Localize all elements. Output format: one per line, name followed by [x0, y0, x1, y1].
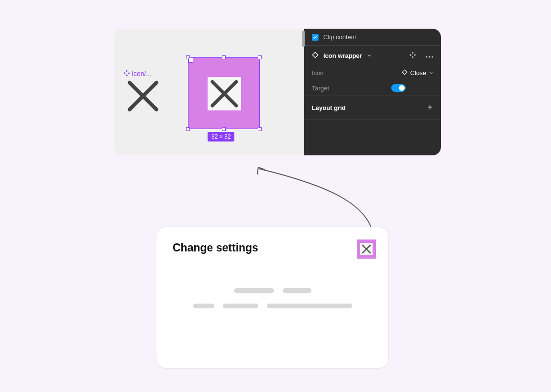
checkbox-checked-icon[interactable] [312, 34, 319, 41]
layout-grid-section[interactable]: Layout grid [304, 96, 441, 120]
placeholder-bar [234, 288, 274, 293]
svg-point-13 [426, 56, 427, 57]
resize-handle[interactable] [258, 127, 262, 131]
component-section-header: Icon wrapper [304, 45, 441, 65]
layout-grid-label: Layout grid [312, 104, 346, 111]
svg-rect-8 [312, 52, 318, 57]
dialog-title: Change settings [173, 241, 372, 254]
layer-name-text: Icon/... [132, 70, 152, 77]
instance-swap-icon [402, 69, 408, 76]
icon-property-label: Icon [312, 69, 360, 76]
target-property-row: Target [304, 80, 441, 96]
resize-handle[interactable] [222, 55, 226, 59]
svg-rect-16 [402, 70, 407, 75]
svg-rect-9 [412, 52, 414, 54]
close-icon [208, 77, 241, 110]
plus-icon[interactable] [427, 104, 433, 112]
close-icon [360, 243, 373, 255]
component-icon [124, 70, 130, 77]
component-name[interactable]: Icon wrapper [323, 52, 362, 59]
dimensions-badge: 32 × 32 [208, 132, 234, 142]
close-icon [127, 80, 159, 112]
resize-handle[interactable] [186, 55, 190, 59]
resize-handle[interactable] [258, 55, 262, 59]
icon-property-value[interactable]: Close [402, 69, 433, 76]
instance-icon [312, 52, 319, 60]
clip-content-label: Clip content [323, 33, 356, 41]
svg-rect-12 [414, 54, 416, 56]
svg-rect-11 [409, 54, 411, 56]
chevron-down-icon [429, 69, 433, 76]
icon-property-row[interactable]: Icon Close [304, 65, 441, 80]
target-toggle[interactable] [391, 84, 406, 92]
placeholder-bar [193, 304, 214, 308]
chevron-down-icon[interactable] [367, 52, 372, 59]
svg-point-14 [429, 56, 430, 57]
svg-rect-0 [126, 70, 128, 72]
resize-handle[interactable] [186, 127, 190, 131]
placeholder-bar [267, 304, 352, 308]
resize-handle[interactable] [222, 127, 226, 131]
svg-point-15 [431, 56, 433, 57]
more-icon[interactable] [426, 52, 433, 59]
component-options-icon[interactable] [409, 52, 416, 60]
svg-rect-3 [128, 72, 130, 74]
placeholder-bar [283, 288, 311, 293]
section-divider [304, 120, 441, 123]
layer-name-label[interactable]: Icon/... [124, 70, 152, 77]
svg-rect-2 [124, 72, 126, 74]
canvas-area[interactable]: Icon/... 32 × 32 [114, 29, 304, 155]
settings-dialog: Change settings [156, 227, 389, 369]
close-button[interactable] [357, 240, 376, 259]
svg-rect-1 [126, 74, 128, 76]
scrollbar[interactable] [302, 31, 305, 47]
placeholder-content [156, 288, 388, 308]
target-property-label: Target [312, 85, 360, 92]
svg-rect-10 [412, 56, 414, 58]
design-tool-preview: Icon/... 32 × 32 Clip content [114, 29, 441, 155]
properties-panel: Clip content Icon wrapper Icon [304, 29, 441, 155]
placeholder-bar [223, 304, 258, 308]
selected-frame[interactable] [188, 57, 260, 129]
clip-content-row[interactable]: Clip content [304, 29, 441, 45]
